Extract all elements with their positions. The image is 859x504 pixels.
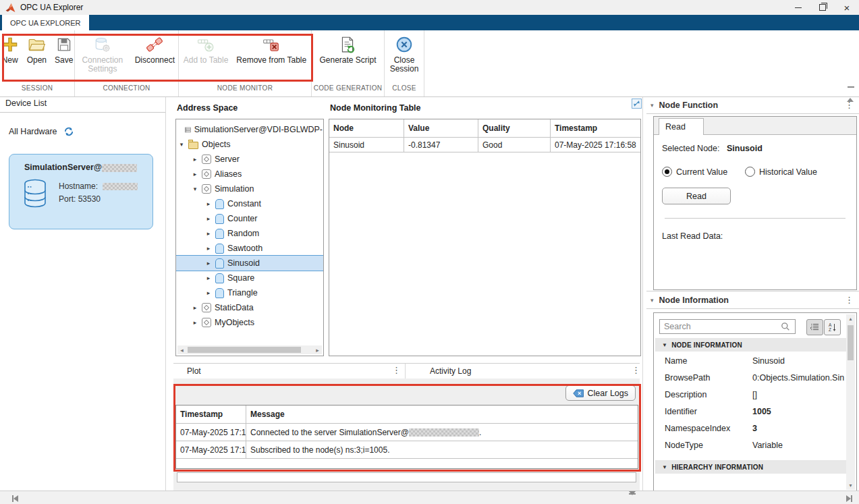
section-label-close: CLOSE xyxy=(385,84,424,96)
tree-item-square[interactable]: ▸ Square xyxy=(177,271,323,285)
open-button[interactable]: Open xyxy=(24,34,50,65)
tree-item-root[interactable]: SimulationServer@VDI-BGLWDP- xyxy=(177,122,323,137)
chevron-down-icon[interactable]: ▾ xyxy=(178,141,185,148)
tree-item-objects[interactable]: ▾ Objects xyxy=(177,137,323,152)
tree-item-random[interactable]: ▸ Random xyxy=(177,226,323,241)
tab-plot[interactable]: Plot xyxy=(187,366,201,376)
radio-current-value[interactable]: Current Value xyxy=(662,167,727,177)
node-function-menu-icon[interactable]: ⋮ xyxy=(845,101,854,109)
plot-menu-icon[interactable]: ⋮ xyxy=(392,366,401,374)
chevron-right-icon[interactable]: ▸ xyxy=(205,260,212,267)
section-label-session: SESSION xyxy=(0,84,74,96)
expand-panel-button[interactable] xyxy=(632,99,642,111)
chevron-right-icon[interactable]: ▸ xyxy=(205,275,212,281)
device-panel-divider[interactable] xyxy=(165,97,166,491)
radio-unselected-icon[interactable] xyxy=(745,167,755,177)
minimize-button[interactable] xyxy=(786,0,810,15)
scroll-right-icon[interactable]: ▸ xyxy=(313,347,322,354)
collapse-right-panel-button[interactable] xyxy=(846,495,852,504)
column-header-value[interactable]: Value xyxy=(404,119,478,138)
tree-item-myobjects[interactable]: ▸ MyObjects xyxy=(177,315,323,330)
tab-read[interactable]: Read xyxy=(659,118,704,135)
clear-logs-icon xyxy=(573,389,584,397)
chevron-right-icon[interactable]: ▸ xyxy=(192,171,198,177)
refresh-icon[interactable] xyxy=(63,126,74,137)
chevron-right-icon[interactable]: ▸ xyxy=(192,304,198,311)
tree-item-sawtooth[interactable]: ▸ Sawtooth xyxy=(177,241,323,256)
table-row[interactable]: Sinusoid -0.81347 Good 07-May-2025 17:16… xyxy=(329,138,640,152)
radio-historical-value[interactable]: Historical Value xyxy=(745,167,817,177)
generate-script-button[interactable]: Generate Script xyxy=(316,34,379,65)
scroll-down-icon[interactable]: ▾ xyxy=(846,481,855,490)
tab-opc-ua-explorer[interactable]: OPC UA EXPLORER xyxy=(2,15,89,30)
column-header-timestamp[interactable]: Timestamp xyxy=(551,119,640,138)
scrollbar-thumb[interactable] xyxy=(188,347,301,353)
restore-button[interactable] xyxy=(810,0,835,15)
chevron-right-icon[interactable]: ▸ xyxy=(205,289,212,296)
group-view-button[interactable] xyxy=(806,319,823,335)
chevron-down-icon[interactable]: ▾ xyxy=(192,186,198,192)
node-information-title: Node Information xyxy=(659,296,729,305)
chevron-right-icon[interactable]: ▸ xyxy=(205,230,212,237)
tree-horizontal-scrollbar[interactable]: ◂ ▸ xyxy=(177,345,322,354)
collapse-panel-icon[interactable]: ▾ xyxy=(650,297,654,304)
close-session-button[interactable]: Close Session xyxy=(385,34,424,74)
device-card-simulationserver[interactable]: SimulationServer@ Hostname: Port: 53530 xyxy=(9,154,153,229)
tree-item-aliases[interactable]: ▸ Aliases xyxy=(177,167,323,181)
chevron-right-icon[interactable]: ▸ xyxy=(205,245,212,252)
sort-az-button[interactable]: AZ xyxy=(824,319,841,335)
read-tabstrip: Read xyxy=(654,117,856,135)
collapse-ribbon-button[interactable] xyxy=(847,86,855,93)
node-information-header[interactable]: ▾ Node Information ⋮ xyxy=(646,291,859,309)
new-button[interactable]: New xyxy=(0,34,22,65)
log-bottom-scrollbar[interactable] xyxy=(177,472,636,482)
section-hierarchy-information[interactable]: ▼ HIERARCHY INFORMATION xyxy=(655,460,852,474)
log-column-timestamp[interactable]: Timestamp xyxy=(176,405,246,424)
scroll-up-icon[interactable]: ▴ xyxy=(846,314,855,323)
column-header-quality[interactable]: Quality xyxy=(478,119,551,138)
log-row[interactable]: 07-May-2025 17:16:30 Subscribed to the n… xyxy=(176,441,638,459)
collapse-left-panel-button[interactable] xyxy=(12,495,18,504)
log-cell-message: Subscribed to the node(s) ns:3;i=1005. xyxy=(246,441,638,459)
radio-selected-icon[interactable] xyxy=(662,167,672,177)
node-info-scrollbar[interactable]: ▴ ▾ xyxy=(846,314,855,490)
close-button[interactable]: × xyxy=(835,0,859,15)
collapse-bottom-panel-button[interactable] xyxy=(629,493,636,504)
tab-activity-log[interactable]: Activity Log xyxy=(430,366,471,376)
tree-item-constant[interactable]: ▸ Constant xyxy=(177,196,323,211)
chevron-right-icon[interactable]: ▸ xyxy=(205,200,212,207)
right-panel-divider[interactable] xyxy=(642,97,643,491)
log-row[interactable]: 07-May-2025 17:14:00 Connected to the se… xyxy=(176,424,638,441)
tree-item-server[interactable]: ▸ Server xyxy=(177,152,323,167)
tree-item-simulation[interactable]: ▾ Simulation xyxy=(177,181,323,196)
clear-logs-button[interactable]: Clear Logs xyxy=(565,385,636,401)
activity-log-menu-icon[interactable]: ⋮ xyxy=(632,366,640,374)
node-information-menu-icon[interactable]: ⋮ xyxy=(845,296,854,304)
chevron-right-icon[interactable]: ▸ xyxy=(192,156,198,163)
tree-item-counter[interactable]: ▸ Counter xyxy=(177,211,323,226)
scrollbar-thumb[interactable] xyxy=(848,325,854,360)
log-column-message[interactable]: Message xyxy=(246,405,638,424)
address-space-title: Address Space xyxy=(177,103,238,113)
read-button[interactable]: Read xyxy=(662,188,731,204)
chevron-right-icon[interactable]: ▸ xyxy=(205,215,212,222)
collapse-right-icon xyxy=(851,495,852,502)
search-input[interactable] xyxy=(659,319,796,334)
variable-icon xyxy=(215,258,224,269)
section-node-information[interactable]: ▼ NODE INFORMATION xyxy=(655,338,852,352)
save-button[interactable]: Save xyxy=(51,34,76,65)
node-function-header[interactable]: ▾ Node Function ⋮ xyxy=(646,96,859,114)
tree-item-triangle[interactable]: ▸ Triangle xyxy=(177,285,323,300)
generate-script-icon xyxy=(339,36,356,53)
tree-item-staticdata[interactable]: ▸ StaticData xyxy=(177,300,323,315)
chevron-right-icon[interactable]: ▸ xyxy=(192,319,198,326)
tree-item-sinusoid-selected[interactable]: ▸ Sinusoid xyxy=(176,255,323,271)
scroll-left-icon[interactable]: ◂ xyxy=(177,347,186,354)
info-value-browsepath: 0:Objects.Simulation.Sinusoid xyxy=(752,373,844,383)
remove-from-table-button[interactable]: Remove from Table xyxy=(233,34,310,65)
object-icon xyxy=(202,155,211,164)
section-code-generation: Generate Script CODE GENERATION xyxy=(312,30,385,96)
column-header-node[interactable]: Node xyxy=(329,119,404,138)
collapse-panel-icon[interactable]: ▾ xyxy=(650,102,654,109)
disconnect-button[interactable]: Disconnect xyxy=(132,34,178,65)
